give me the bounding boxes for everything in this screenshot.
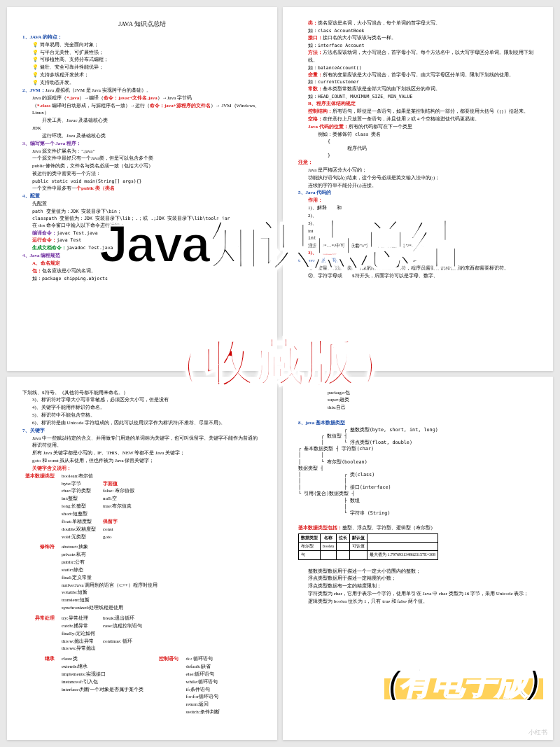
cls-eg: 如：class AccountBook: [298, 27, 538, 34]
kw-row3: 异常处理 try:异常处理 catch:捕异常 finally:无论如何 thr…: [22, 615, 262, 652]
note-t: 注意：: [298, 159, 538, 167]
i: for:for循环语句: [186, 693, 219, 701]
i: int:整型: [62, 495, 96, 503]
s3-l3: public 修饰的类，文件名与类名必须一致（包括大小写）: [22, 162, 262, 170]
i: throws:异常抛出: [62, 645, 96, 652]
b-title: B、程序主体结构规定: [298, 100, 538, 108]
s8-t: 8、java 基本数据类型: [298, 419, 538, 427]
s5-t: 5、Java 代码的: [298, 189, 538, 197]
i: static:静态: [62, 566, 158, 574]
table-row: 句 最大值为 1.7976931348623157E+308: [299, 551, 438, 559]
overlay-footer-wrap: (有电子版): [388, 662, 539, 705]
i: const: [103, 526, 134, 533]
kw-t: 关键字含义说明：: [22, 465, 262, 473]
td: 句: [299, 551, 321, 559]
t: 一个文件中最多有一: [32, 186, 76, 191]
i: default:缺省: [186, 663, 219, 671]
feat-5: 支持多线程开发技术；: [22, 71, 262, 79]
if: 接口：接口名的大小写该该与类名一样。: [298, 34, 538, 42]
t: 命令：javac+文件名.java: [104, 95, 158, 101]
section-2-title: 2、JVM：: [22, 88, 46, 93]
i: extends:继承: [62, 663, 144, 671]
type-tree: ┌ 整数类型(byte, short, int, long) ┌ 数值型 ┤ │…: [298, 427, 538, 517]
th: 名称: [321, 533, 337, 542]
t: ）→Java 字节码: [158, 95, 192, 101]
th: 数据类型: [299, 533, 321, 542]
g1-col: boolean:布尔值 byte:字节 char:字符类型 int:整型 lon…: [62, 473, 96, 541]
i: public:公有: [62, 559, 158, 566]
g3b-col: break:退出循环 case:流程控制语句 continue: 循环: [103, 615, 142, 652]
i: try:异常处理: [62, 615, 96, 622]
i: void:无类型: [62, 533, 96, 541]
t: ）→编译（: [79, 95, 104, 101]
s3-l5: 一个文件中最多有一个public 类（类名: [22, 185, 262, 193]
t: 基本类型常数应该是全部大写的由下划线区分的单词。: [323, 86, 440, 92]
page-1: JAVA 知识点总结 1、JAVA 的特点： 简单易用、完全面向对象； 与平台无…: [7, 7, 277, 371]
g3-col: try:异常处理 catch:捕异常 finally:无论如何 throw:抛出…: [62, 615, 96, 652]
i: false: 布尔值假: [103, 487, 134, 495]
i: transient:短暂: [62, 596, 158, 604]
i: null:空: [103, 495, 134, 503]
t: 方法：: [308, 50, 323, 55]
t: Java 的源程序（: [32, 95, 66, 101]
t: 控制结构：: [308, 109, 332, 114]
td: [337, 551, 350, 559]
td: [321, 551, 337, 559]
c: 常数：基本类型常数应该是全部大写的由下划线区分的单词。: [298, 85, 538, 93]
i: do: 循环语句: [186, 655, 219, 663]
pkg-3: this:自己: [298, 404, 538, 412]
i: long:长整型: [62, 503, 96, 510]
i: break:退出循环: [103, 615, 142, 622]
t: 常数：: [308, 86, 323, 92]
g4-col: class:类 extends:继承 implements:实现接口 insta…: [62, 655, 144, 716]
td: boolea: [321, 543, 337, 551]
s3-l2: 一个源文件中最好只有一个Java类，但是可以包含多个类: [22, 155, 262, 162]
n1: 整数类型数据用于描述一个一定大小范围内的整数；: [298, 568, 538, 575]
lit-col: 字面值 false: 布尔值假 null:空 true:布尔值真 保留字 con…: [103, 473, 134, 541]
i: finally:无论如何: [62, 630, 96, 638]
m-eg: 如：balanceAccount(): [298, 64, 538, 71]
t: 空格：: [308, 116, 323, 122]
feat-3: 可移植性高、支持分布式编程；: [22, 56, 262, 64]
t: 所有的代码都写在下一个类里: [349, 124, 412, 130]
i: synchronized:处理线程是使用: [62, 604, 158, 612]
t: 个public 类（类名: [76, 186, 115, 191]
pos-eg4: }: [298, 152, 538, 159]
datatype-table: 数据类型 名称 位长 默认值 布尔型 boolea 可认值 句 最大值为 1.7…: [298, 533, 438, 560]
s6-3: 3)、标识符对字母大小写非常敏感，必须区分大小写，但是没有: [22, 396, 262, 404]
s6-5: 5)、标识符中不能包含空格。: [22, 412, 262, 419]
m: 方法：方法名应该动词，大小写混合，首字母小写。每个方法名中，以大写字母区分单词。…: [298, 49, 538, 64]
th: 位长: [337, 533, 350, 542]
i: continue: 循环: [103, 638, 142, 645]
i: byte:字节: [62, 480, 96, 488]
s2-compile-line: Java 的源程序（*.java）→编译（命令：javac+文件名.java）→…: [22, 95, 262, 102]
i: catch:捕异常: [62, 622, 96, 630]
i: case:流程控制语句: [103, 622, 142, 630]
s3-code: public static void main(String[] args){}: [22, 178, 262, 185]
td: [368, 543, 438, 551]
i: throw:抛出异常: [62, 638, 96, 645]
i: goto: [103, 533, 134, 541]
t: 方法名应该动词，大小写混合，首字母小写。每个方法名中，以大写字母区分单词。限制使…: [308, 50, 533, 63]
g5-lbl: 控制语句: [150, 655, 178, 716]
kw-row4: 继承 class:类 extends:继承 implements:实现接口 in…: [22, 655, 262, 716]
table-row: 布尔型 boolea 可认值: [299, 543, 438, 551]
td: [337, 543, 350, 551]
t: 接口：: [308, 35, 323, 41]
page-3: 下划线、$符号。（其他符号都不能用来命名。） 3)、标识符对字母大小写非常敏感，…: [7, 377, 277, 741]
if-eg: 如：interface Account: [298, 42, 538, 49]
i: float:单精度型: [62, 518, 96, 526]
td: 最大值为 1.7976931348623157E+308: [368, 551, 438, 559]
pos-eg2: {: [298, 138, 538, 145]
s5-use: 作用：: [298, 197, 538, 204]
n5: 逻辑类型为 boolea 位长为 1，只有 true 和 false 两个值。: [298, 598, 538, 606]
jdk-label: JDK: [22, 125, 262, 132]
i: else:循环语句: [186, 671, 219, 678]
page-2: 类：类名应该是名词，大小写混合，每个单词的首字母大写。 如：class Acco…: [283, 7, 553, 371]
t: 类名应该是名词，大小写混合，每个单词的首字母大写。: [318, 20, 440, 26]
v-eg: 如：currentCustomer: [298, 78, 538, 85]
cfg-1: 先配置: [22, 200, 262, 208]
s3-l4: 被运行的类中需要有一个方法：: [22, 170, 262, 178]
s6-4: 4)、关键字不能用作标识符命名。: [22, 404, 262, 412]
t: *.class: [37, 103, 50, 109]
